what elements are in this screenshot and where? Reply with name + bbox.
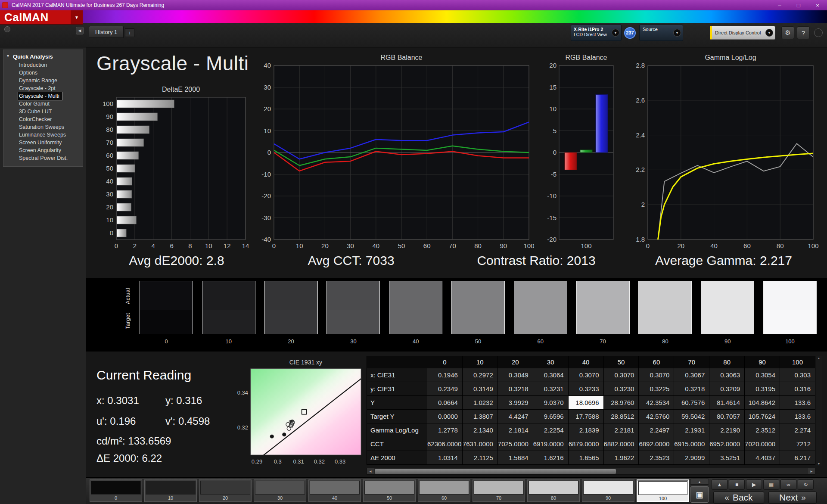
table-cell[interactable]: 7025.0000 [497,437,533,451]
patch-button-80[interactable]: 80 [527,479,580,502]
display-control-dropdown[interactable]: Direct Display Control ▼ [710,26,775,40]
table-cell[interactable]: 2.1931 [674,423,709,437]
load-button[interactable]: ▲ [712,479,728,490]
table-cell[interactable]: 0.0000 [427,410,463,423]
table-cell[interactable]: 0.3230 [603,382,639,396]
refresh-button[interactable]: ↻ [798,479,814,490]
table-cell[interactable]: 6952.0000 [709,437,745,451]
table-cell[interactable]: 0.1946 [427,368,463,382]
table-cell[interactable]: 81.4614 [709,396,745,410]
table-cell[interactable]: 1.9622 [603,451,639,465]
table-cell[interactable]: 2.1125 [462,451,497,465]
pattern-grid-button[interactable]: ▦ [763,479,779,490]
table-cell[interactable]: 133.6 [780,410,815,423]
table-cell[interactable]: 1.5684 [497,451,533,465]
minimize-button[interactable]: – [770,0,789,10]
scroll-up-icon[interactable]: ▲ [818,357,821,360]
table-cell[interactable]: 1.6216 [533,451,568,465]
meter-dropdown[interactable]: X-Rite i1Pro 2 LCD Direct View ▼ [571,25,622,41]
table-cell[interactable]: 0.3070 [568,368,603,382]
table-cell[interactable]: 28.8512 [603,410,639,423]
table-cell[interactable]: 104.8642 [745,396,780,410]
continuous-button[interactable]: ∞ [780,479,796,490]
stop-button[interactable]: ■ [729,479,745,490]
table-cell[interactable]: 1.0232 [462,396,497,410]
sidebar-item-spectral-power-dist[interactable]: Spectral Power Dist. [3,154,70,162]
table-cell[interactable]: 0.3064 [533,368,568,382]
table-cell[interactable]: 0.3225 [639,382,674,396]
sidebar-item-grayscale-2pt[interactable]: Grayscale - 2pt [3,84,58,92]
table-cell[interactable]: 2.2181 [603,423,639,437]
table-cell[interactable]: 0.0664 [427,396,463,410]
sidebar-item-grayscale-multi[interactable]: Grayscale - Multi [18,92,62,100]
table-cell[interactable]: 17.7588 [568,410,603,423]
sidebar-item-dynamic-range[interactable]: Dynamic Range [3,77,60,84]
table-cell[interactable]: 42.5760 [639,410,674,423]
table-cell[interactable]: 3.5251 [709,451,745,465]
table-cell[interactable]: 2.3523 [639,451,674,465]
patch-button-60[interactable]: 60 [418,479,470,502]
table-cell[interactable]: 6892.0000 [639,437,674,451]
table-cell[interactable]: 2.2497 [639,423,674,437]
scroll-down-icon[interactable]: ▼ [818,462,821,465]
table-cell[interactable]: 2.1839 [568,423,603,437]
table-cell[interactable]: 9.6596 [533,410,568,423]
table-cell[interactable]: 6915.0000 [674,437,709,451]
patch-button-50[interactable]: 50 [363,479,416,502]
table-cell[interactable]: 0.303 [780,368,815,382]
table-cell[interactable]: 7020.0000 [745,437,780,451]
patch-button-100[interactable]: 100 [637,479,689,502]
table-cell[interactable]: 2.2254 [533,423,568,437]
sidebar-item-saturation-sweeps[interactable]: Saturation Sweeps [3,123,67,131]
table-cell[interactable]: 6882.0000 [603,437,639,451]
table-cell[interactable]: 0.3067 [674,368,709,382]
tab-history-1[interactable]: History 1 [89,26,124,38]
table-cell[interactable]: 42.3534 [639,396,674,410]
table-cell[interactable]: 133.6 [780,396,815,410]
scroll-right-icon[interactable]: ► [808,468,815,474]
table-cell[interactable]: 62306.0000 [427,437,463,451]
table-cell[interactable]: 2.3512 [745,423,780,437]
settings-button[interactable]: ⚙ [781,26,794,39]
table-horizontal-scrollbar[interactable]: ◄ ► [367,468,815,475]
sidebar-root-item[interactable]: ▾ Quick Analysis [3,52,83,61]
table-cell[interactable]: 9.0370 [533,396,568,410]
table-cell[interactable]: 0.3049 [497,368,533,382]
pattern-window-button[interactable]: ▣ [690,486,709,503]
sidebar-item-introduction[interactable]: Introduction [3,61,50,69]
status-indicator[interactable] [814,28,823,37]
table-cell[interactable]: 1.2778 [427,423,463,437]
help-button[interactable]: ? [797,26,810,39]
table-cell[interactable]: 0.2972 [462,368,497,382]
table-cell[interactable]: 2.1340 [462,423,497,437]
new-tab-button[interactable]: + [125,28,134,37]
table-cell[interactable]: 2.274 [780,423,815,437]
table-cell[interactable]: 0.3218 [497,382,533,396]
close-button[interactable]: × [808,0,827,10]
table-cell[interactable]: 59.5042 [674,410,709,423]
chevron-down-icon[interactable]: ▼ [612,29,619,37]
table-cell[interactable]: 0.316 [780,382,815,396]
table-cell[interactable]: 2.1814 [497,423,533,437]
table-cell[interactable]: 6919.0000 [533,437,568,451]
panel-menu-button[interactable] [4,26,10,32]
sidebar-item-colorchecker[interactable]: ColorChecker [3,115,54,123]
table-cell[interactable]: 1.3807 [462,410,497,423]
patch-button-30[interactable]: 30 [254,479,306,502]
table-cell[interactable]: 4.4037 [745,451,780,465]
table-cell[interactable]: 18.0696 [568,396,603,410]
back-button[interactable]: « Back [713,492,764,504]
sidebar-collapse-icon[interactable]: ◀ [76,27,84,34]
chevron-down-icon[interactable]: ▼ [765,29,773,37]
patch-button-70[interactable]: 70 [473,479,525,502]
patch-button-10[interactable]: 10 [144,479,197,502]
table-cell[interactable]: 7212 [780,437,815,451]
patch-button-90[interactable]: 90 [582,479,634,502]
calman-logo-button[interactable]: CalMAN ▼ [0,10,83,25]
table-cell[interactable]: 1.0314 [427,451,463,465]
logo-dropdown-icon[interactable]: ▼ [71,10,83,24]
table-cell[interactable]: 0.3231 [533,382,568,396]
patch-button-0[interactable]: 0 [90,479,142,502]
table-cell[interactable]: 6879.0000 [568,437,603,451]
next-button[interactable]: Next » [768,492,817,504]
